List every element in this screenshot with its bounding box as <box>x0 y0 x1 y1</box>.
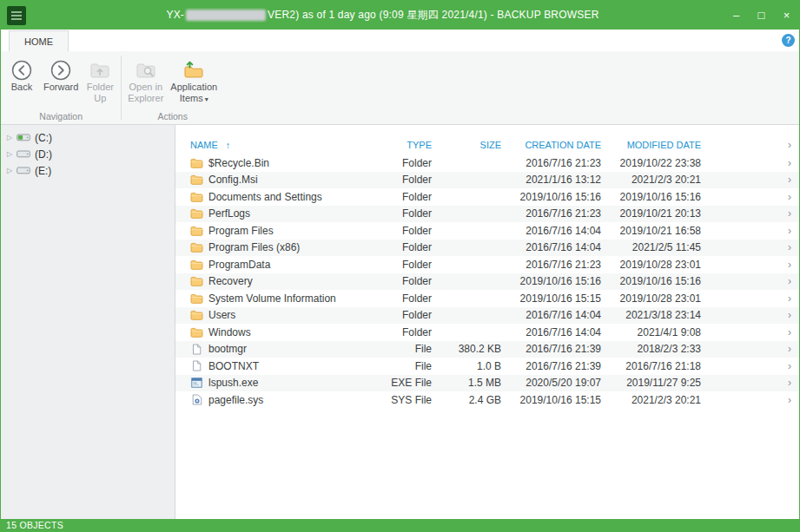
cell-creation-date: 2016/7/16 21:23 <box>501 157 601 169</box>
open-in-explorer-label-line2: Explorer <box>128 93 163 104</box>
file-name-label: pagefile.sys <box>208 394 263 406</box>
file-list: $Recycle.BinFolder2016/7/16 21:232019/10… <box>175 154 799 409</box>
table-row[interactable]: ProgramDataFolder2016/7/16 21:232019/10/… <box>175 256 799 273</box>
cell-creation-date: 2019/10/16 15:16 <box>501 275 601 287</box>
forward-button[interactable]: Forward <box>40 56 82 95</box>
sort-ascending-icon: ↑ <box>226 140 231 150</box>
tab-home[interactable]: HOME <box>9 30 69 51</box>
row-chevron-right-icon[interactable]: › <box>701 326 799 338</box>
cell-size: 1.5 MB <box>432 377 501 389</box>
row-chevron-right-icon[interactable]: › <box>701 174 799 186</box>
column-header-size[interactable]: SIZE <box>432 140 501 150</box>
file-name-label: PerfLogs <box>208 207 250 220</box>
table-row[interactable]: $Recycle.BinFolder2016/7/16 21:232019/10… <box>175 154 799 172</box>
folder-icon <box>190 208 203 219</box>
back-button[interactable]: Back <box>3 56 40 95</box>
sidebar-item-drive-d[interactable]: ▷(D:) <box>1 146 175 162</box>
row-chevron-right-icon[interactable]: › <box>701 225 799 237</box>
application-items-button[interactable]: Application Items▾ <box>167 56 221 105</box>
row-chevron-right-icon[interactable]: › <box>701 292 799 305</box>
cell-type: Folder <box>362 326 432 338</box>
expander-icon[interactable]: ▷ <box>4 150 15 158</box>
table-row[interactable]: Documents and SettingsFolder2019/10/16 1… <box>175 188 799 206</box>
table-row[interactable]: Config.MsiFolder2021/1/16 13:122021/2/3 … <box>175 172 799 189</box>
folder-icon <box>190 310 203 320</box>
cell-modified-date: 2019/10/16 15:16 <box>601 275 701 287</box>
row-chevron-right-icon[interactable]: › <box>701 259 799 271</box>
row-chevron-right-icon[interactable]: › <box>701 360 799 372</box>
file-name-label: System Volume Information <box>208 292 336 305</box>
folder-up-button[interactable]: Folder Up <box>82 56 118 105</box>
cell-type: Folder <box>362 275 432 287</box>
table-row[interactable]: Program Files (x86)Folder2016/7/16 14:04… <box>175 240 799 257</box>
ribbon-tabstrip: HOME ? <box>1 30 799 51</box>
cell-creation-date: 2019/10/16 15:15 <box>501 394 601 406</box>
cell-type: EXE File <box>362 377 432 389</box>
cell-creation-date: 2016/7/16 14:04 <box>501 225 601 237</box>
file-name-label: Documents and Settings <box>208 191 322 203</box>
cell-type: Folder <box>362 191 432 203</box>
forward-icon <box>50 58 72 82</box>
folder-up-label-line1: Folder <box>87 82 114 93</box>
table-row[interactable]: bootmgrFile380.2 KB2016/7/16 21:392018/2… <box>175 341 799 358</box>
cell-modified-date: 2021/4/1 9:08 <box>601 326 701 338</box>
help-icon[interactable]: ? <box>782 34 795 47</box>
row-chevron-right-icon[interactable]: › <box>701 191 799 203</box>
cell-creation-date: 2019/10/16 15:16 <box>501 191 601 203</box>
close-button[interactable]: × <box>774 1 799 30</box>
cell-modified-date: 2021/3/18 23:14 <box>601 309 701 321</box>
sidebar-item-drive-e[interactable]: ▷(E:) <box>1 162 175 179</box>
file-name-label: Program Files (x86) <box>208 241 300 253</box>
maximize-button[interactable]: □ <box>749 1 774 30</box>
cell-name: Recovery <box>175 275 362 287</box>
folder-icon <box>190 192 203 202</box>
table-row[interactable]: RecoveryFolder2019/10/16 15:162019/10/16… <box>175 273 799 291</box>
column-header-type[interactable]: TYPE <box>362 140 432 150</box>
window-title-suffix: VER2) as of 1 day ago (9:09 星期四 2021/4/1… <box>268 9 599 21</box>
row-chevron-right-icon[interactable]: › <box>701 309 799 321</box>
forward-label: Forward <box>43 82 78 93</box>
row-chevron-right-icon[interactable]: › <box>701 394 799 406</box>
table-row[interactable]: WindowsFolder2016/7/16 14:042021/4/1 9:0… <box>175 324 799 341</box>
cell-modified-date: 2019/10/28 23:01 <box>601 292 701 305</box>
column-header-name[interactable]: NAME↑ <box>175 140 362 150</box>
expander-icon[interactable]: ▷ <box>4 134 15 141</box>
table-row[interactable]: System Volume InformationFolder2019/10/1… <box>175 290 799 307</box>
row-chevron-right-icon[interactable]: › <box>701 207 799 220</box>
row-chevron-right-icon[interactable]: › <box>701 343 799 355</box>
cell-type: Folder <box>362 241 432 253</box>
table-row[interactable]: UsersFolder2016/7/16 14:042021/3/18 23:1… <box>175 307 799 325</box>
table-row[interactable]: lspush.exeEXE File1.5 MB2020/5/20 19:072… <box>175 375 799 392</box>
cell-modified-date: 2019/10/16 15:16 <box>601 191 701 203</box>
row-chevron-right-icon[interactable]: › <box>701 377 799 389</box>
sys-icon <box>190 394 203 405</box>
expander-icon[interactable]: ▷ <box>4 167 15 174</box>
drive-icon <box>17 148 30 160</box>
drive-label: (E:) <box>35 165 51 177</box>
file-name-label: Recovery <box>208 275 253 287</box>
table-row[interactable]: BOOTNXTFile1.0 B2016/7/16 21:392016/7/16… <box>175 358 799 375</box>
column-header-creation-date[interactable]: CREATION DATE <box>501 140 601 150</box>
file-name-label: Users <box>208 309 235 321</box>
column-header-modified-date[interactable]: MODIFIED DATE <box>601 140 701 150</box>
back-label: Back <box>11 82 32 93</box>
sidebar-item-drive-c[interactable]: ▷(C:) <box>1 129 175 146</box>
open-in-explorer-button[interactable]: Open in Explorer <box>124 56 167 105</box>
table-row[interactable]: pagefile.sysSYS File2.4 GB2019/10/16 15:… <box>175 391 799 409</box>
drive-label: (C:) <box>35 132 52 144</box>
cell-size: 1.0 B <box>432 360 501 372</box>
minimize-button[interactable]: – <box>724 1 749 30</box>
cell-size: 2.4 GB <box>432 394 501 406</box>
row-chevron-right-icon[interactable]: › <box>701 157 799 169</box>
window-controls: – □ × <box>724 1 799 30</box>
cell-creation-date: 2016/7/16 14:04 <box>501 241 601 253</box>
cell-modified-date: 2018/2/3 2:33 <box>601 343 701 355</box>
table-row[interactable]: Program FilesFolder2016/7/16 14:042019/1… <box>175 222 799 240</box>
cell-type: Folder <box>362 157 432 169</box>
row-chevron-right-icon[interactable]: › <box>701 275 799 287</box>
cell-creation-date: 2016/7/16 21:39 <box>501 343 601 355</box>
table-row[interactable]: PerfLogsFolder2016/7/16 21:232019/10/21 … <box>175 206 799 223</box>
file-name-label: Windows <box>208 326 251 338</box>
row-chevron-right-icon[interactable]: › <box>701 241 799 253</box>
cell-name: Program Files <box>175 225 362 237</box>
